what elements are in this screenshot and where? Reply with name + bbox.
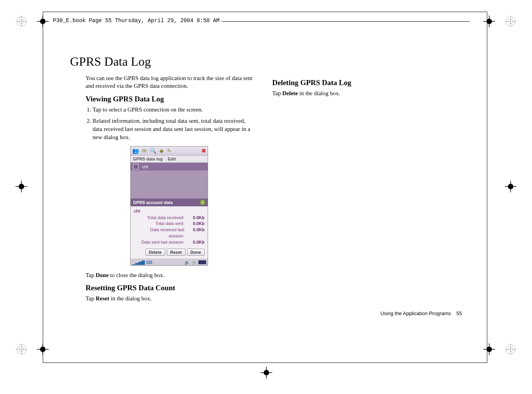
pen-icon: ✎ xyxy=(167,148,172,154)
reg-mark-icon xyxy=(505,343,516,355)
delete-keyword: Delete xyxy=(282,90,298,96)
row-label: Total data received: xyxy=(134,215,187,221)
data-row: Data received last session:0.0Kb xyxy=(134,227,205,239)
note-icon: ◆ xyxy=(159,148,164,154)
connection-name: cht xyxy=(142,164,148,169)
clock-icon: ◷ xyxy=(192,260,196,265)
reg-mark-icon xyxy=(16,16,27,27)
done-button: Done xyxy=(187,249,205,256)
text-fragment: to close the dialog box. xyxy=(108,272,164,278)
crop-mark-icon xyxy=(261,367,272,378)
row-label: Data sent last session: xyxy=(134,239,187,246)
row-value: 0.0Kb xyxy=(187,227,205,239)
delete-button: Delete xyxy=(145,249,165,256)
footer-page-number: 55 xyxy=(457,310,462,316)
section-resetting-heading: Resetting GPRS Data Count xyxy=(86,284,253,292)
close-icon: ✖ xyxy=(201,148,206,154)
menu-gprs-datalog: GPRS data log xyxy=(133,157,163,161)
connection-list: cht xyxy=(131,163,208,199)
intro-paragraph: You can use the GPRS data log applicatio… xyxy=(86,74,253,90)
device-screenshot: 👥 ✉ 🔍 ◆ ✎ ✖ GPRS data log Edit cht xyxy=(130,146,208,266)
text-fragment: Tap xyxy=(86,295,96,302)
done-instruction: Tap Done to close the dialog box. xyxy=(86,271,253,279)
page-title: GPRS Data Log xyxy=(70,54,253,69)
reg-mark-icon xyxy=(505,16,516,27)
crop-mark-icon xyxy=(37,343,49,355)
done-keyword: Done xyxy=(96,272,108,278)
panel-title: GPRS account data xyxy=(133,200,173,205)
step-item: Related information, including total dat… xyxy=(93,117,253,141)
row-value: 0.0Kb xyxy=(187,239,205,246)
data-row: Total data sent:0.0Kb xyxy=(134,221,205,227)
list-checkbox-icon xyxy=(133,164,138,169)
section-deleting-heading: Deleting GPRS Data Log xyxy=(272,78,455,87)
text-fragment: in the dialog box. xyxy=(109,295,152,302)
row-label: Data received last session: xyxy=(134,227,187,239)
reset-keyword: Reset xyxy=(96,295,109,302)
info-icon: i xyxy=(200,200,205,205)
menu-edit: Edit xyxy=(168,157,176,161)
speaker-icon: 🔊 xyxy=(184,260,190,265)
row-label: Total data sent: xyxy=(134,221,187,227)
signal-icon: ▁▃▅▇ xyxy=(132,260,145,265)
device-iconbar: 👥 ✉ 🔍 ◆ ✎ ✖ xyxy=(131,146,208,155)
keyboard-icon: ⌨ xyxy=(146,260,152,265)
reset-button: Reset xyxy=(167,249,186,256)
reg-mark-icon xyxy=(16,343,27,355)
battery-icon xyxy=(198,260,206,264)
footer-chapter: Using the Application Programs xyxy=(380,310,451,316)
dialog-buttons: Delete Reset Done xyxy=(134,249,205,256)
header-filepath: P30_E.book Page 55 Thursday, April 29, 2… xyxy=(51,17,222,24)
data-row: Total data received:0.0Kb xyxy=(134,215,205,221)
crop-mark-icon xyxy=(505,181,516,192)
device-statusbar: ▁▃▅▇ ⌨ 🔊 ◷ xyxy=(131,259,208,265)
panel-body: cht Total data received:0.0Kb Total data… xyxy=(131,206,208,259)
text-fragment: Tap xyxy=(272,90,282,96)
crop-mark-icon xyxy=(37,16,49,27)
reset-instruction: Tap Reset in the dialog box. xyxy=(86,295,253,302)
crop-mark-icon xyxy=(483,343,495,355)
delete-instruction: Tap Delete in the dialog box. xyxy=(272,89,455,97)
page-footer: Using the Application Programs55 xyxy=(380,310,462,316)
panel-header: GPRS account data i xyxy=(131,199,208,206)
mail-icon: ✉ xyxy=(142,148,147,154)
text-fragment: in the dialog box. xyxy=(298,90,340,96)
search-icon: 🔍 xyxy=(150,148,156,154)
data-row: Data sent last session:0.0Kb xyxy=(134,239,205,246)
connection-list-item: cht xyxy=(131,163,208,171)
contacts-icon: 👥 xyxy=(132,148,139,154)
device-menubar: GPRS data log Edit xyxy=(131,155,208,163)
row-value: 0.0Kb xyxy=(187,215,205,221)
row-value: 0.0Kb xyxy=(187,221,205,227)
text-fragment: Tap xyxy=(86,272,96,278)
section-viewing-heading: Viewing GPRS Data Log xyxy=(86,95,253,103)
crop-mark-icon xyxy=(16,181,27,192)
steps-list: Tap to select a GPRS connection on the s… xyxy=(86,106,253,141)
step-item: Tap to select a GPRS connection on the s… xyxy=(93,106,253,114)
crop-mark-icon xyxy=(483,16,495,27)
account-name: cht xyxy=(134,209,205,213)
